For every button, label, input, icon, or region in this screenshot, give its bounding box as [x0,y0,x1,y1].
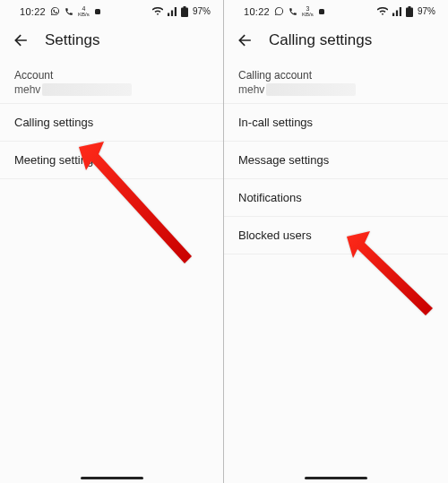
row-notifications[interactable]: Notifications [224,178,448,216]
svg-rect-6 [408,6,410,8]
svg-rect-2 [183,6,185,8]
blurred-text [266,83,356,96]
svg-rect-1 [181,7,188,17]
notif-dot-icon [318,8,325,15]
wifi-icon [152,7,163,16]
account-label: Calling account [224,60,448,83]
page-title: Calling settings [269,31,372,49]
phone-icon [289,7,297,16]
whatsapp-icon [50,6,60,16]
signal-icon [168,7,177,16]
screenshot-calling-settings: 10:22 3 KB/s 97% [224,0,448,483]
account-value[interactable]: mehv [0,83,223,103]
battery-icon [181,6,188,17]
status-time: 10:22 [20,6,46,17]
blurred-text [42,83,132,96]
page-header: Calling settings [224,21,448,60]
screenshot-settings: 10:22 4 KB/s 97% [0,0,224,483]
row-calling-settings[interactable]: Calling settings [0,103,223,141]
svg-rect-5 [406,7,413,17]
home-indicator[interactable] [305,477,367,479]
network-rate: 3 KB/s [302,5,314,17]
page-header: Settings [0,21,223,60]
svg-rect-0 [95,9,100,14]
home-indicator[interactable] [81,477,143,479]
status-time: 10:22 [244,6,270,17]
row-blocked-users[interactable]: Blocked users [224,216,448,254]
signal-icon [392,7,401,16]
wifi-icon [377,7,388,16]
back-button[interactable] [13,31,30,49]
account-label: Account [0,60,223,83]
status-bar: 10:22 3 KB/s 97% [224,0,448,21]
status-bar: 10:22 4 KB/s 97% [0,0,223,21]
notif-dot-icon [94,8,101,15]
network-rate: 4 KB/s [78,5,90,17]
row-meeting-settings[interactable]: Meeting settings [0,141,223,179]
battery-icon [406,6,413,17]
battery-percent: 97% [418,6,435,16]
page-title: Settings [45,31,99,49]
battery-percent: 97% [193,6,211,16]
phone-icon [65,7,73,16]
svg-rect-4 [319,9,324,14]
back-button[interactable] [237,31,254,49]
whatsapp-icon [274,6,284,16]
row-message-settings[interactable]: Message settings [224,141,448,178]
row-incall-settings[interactable]: In-call settings [224,103,448,141]
account-value[interactable]: mehv [224,83,448,103]
